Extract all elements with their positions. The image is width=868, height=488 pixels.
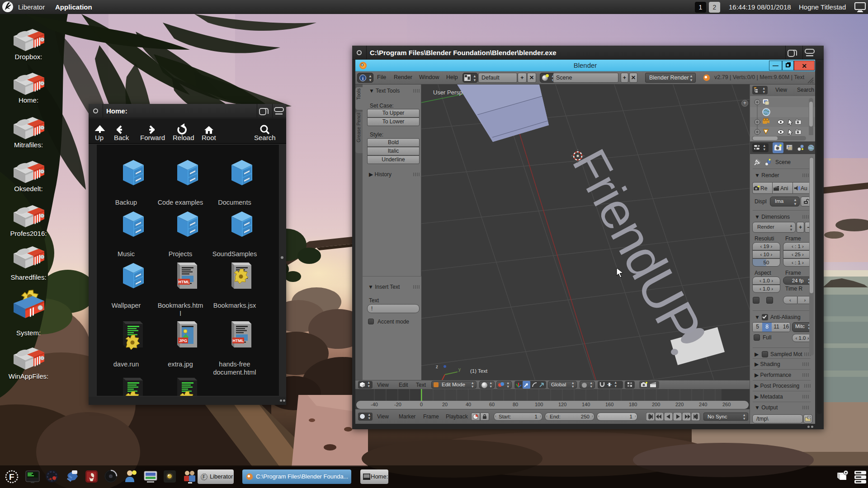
svg-text:y: y [458,367,461,372]
svg-text:z: z [436,364,438,369]
svg-text:F: F [203,474,205,479]
svg-text:F: F [9,472,14,482]
